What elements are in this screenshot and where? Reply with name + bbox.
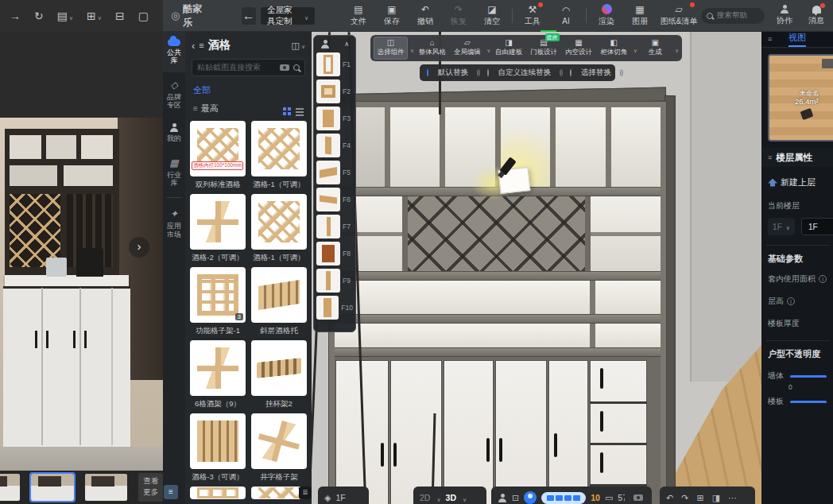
- nav-industry-library[interactable]: ▦ 行业库: [163, 150, 185, 195]
- radio-default-replace[interactable]: [427, 69, 428, 76]
- view-3d-button[interactable]: 3D: [446, 493, 456, 502]
- product-card[interactable]: 3 功能格子架-1: [190, 267, 246, 335]
- product-card[interactable]: 酒格-3（可调）: [190, 413, 246, 482]
- frame-icon[interactable]: ⊡: [512, 494, 519, 502]
- nav-brand-zone[interactable]: ◇ 品牌专区: [163, 72, 185, 117]
- tool-global-edit[interactable]: ▱ 全局编辑: [450, 37, 484, 60]
- forward-arrow-icon[interactable]: →: [10, 10, 21, 21]
- wall-opacity-slider[interactable]: [790, 375, 827, 378]
- rotate-left-icon[interactable]: ↶: [666, 494, 673, 502]
- viewport-3d[interactable]: ◫ 选择组件 ⌂ 整体风格 ▱ 全局编辑 ◨ 自由建板 提效 ▤ 门板设计 ▦ …: [312, 32, 761, 504]
- nav-app-market[interactable]: ✦ 应用市场: [163, 201, 185, 246]
- collapse-panel-button[interactable]: ≡: [164, 485, 178, 499]
- catalog-search-box[interactable]: 粘贴截图直接搜索: [192, 59, 305, 76]
- mode-selector[interactable]: 全屋家具定制: [261, 7, 315, 25]
- crop-icon[interactable]: ⊞: [87, 10, 102, 21]
- menu-icon[interactable]: ≡: [768, 36, 772, 43]
- chevron-down-icon[interactable]: [485, 41, 490, 56]
- grid-view-icon[interactable]: [283, 107, 286, 110]
- menu-album[interactable]: ▦ 图册: [623, 5, 657, 27]
- blurred-blue-pill[interactable]: [541, 492, 586, 504]
- floor-select-dropdown[interactable]: 1F: [768, 218, 795, 235]
- cabinet-door[interactable]: [444, 360, 494, 504]
- view-more-button[interactable]: 查看 更多: [138, 473, 163, 502]
- nav-mine[interactable]: 我的: [163, 116, 185, 149]
- info-icon[interactable]: [560, 69, 562, 76]
- collapse-caret-icon[interactable]: ∧: [344, 41, 349, 48]
- chevron-down-icon[interactable]: [673, 41, 679, 56]
- product-card[interactable]: 挂杯架2: [251, 340, 307, 409]
- menu-undo[interactable]: ↶ 撤销: [409, 5, 442, 27]
- layout-toggle-icon[interactable]: ◫: [291, 41, 305, 50]
- rotate-right-icon[interactable]: ↷: [681, 494, 688, 502]
- user-avatar[interactable]: [524, 491, 537, 504]
- info-icon[interactable]: [819, 275, 827, 283]
- view-2d-button[interactable]: 2D: [420, 493, 430, 502]
- menu-file[interactable]: ▤ 文件: [342, 5, 375, 27]
- floor-name-input[interactable]: 1F: [801, 218, 833, 235]
- menu-clear[interactable]: ◪ 清空: [475, 5, 509, 27]
- f-item[interactable]: F8: [314, 240, 355, 267]
- camera-chip[interactable]: [625, 487, 652, 504]
- chevron-down-icon[interactable]: [632, 41, 637, 56]
- help-search-box[interactable]: 搜索帮助: [701, 8, 765, 24]
- fullscreen-icon[interactable]: ⊞: [696, 494, 703, 502]
- side-shelf-cell[interactable]: [591, 196, 661, 271]
- panel-icon[interactable]: ◨: [712, 494, 720, 502]
- photo-thumbnail[interactable]: [85, 474, 127, 501]
- cabinet-door-narrow[interactable]: [548, 360, 588, 504]
- back-button[interactable]: ←: [242, 7, 256, 25]
- tool-cabinet-corner[interactable]: ◧ 柜体切角: [597, 37, 631, 60]
- door-handle[interactable]: [554, 433, 557, 457]
- search-icon[interactable]: [293, 64, 300, 71]
- product-card[interactable]: 井字格子架: [251, 413, 307, 482]
- photo-thumbnail-selected[interactable]: [31, 474, 73, 501]
- menu-save[interactable]: ▣ 保存: [375, 5, 409, 27]
- menu-tools[interactable]: ⚒ 工具: [516, 5, 549, 27]
- filter-all-link[interactable]: 全部: [185, 79, 312, 98]
- more-icon[interactable]: ⋯: [728, 494, 737, 502]
- message-button[interactable]: 消息: [804, 6, 828, 26]
- product-card-partial[interactable]: [190, 487, 246, 499]
- product-card[interactable]: 酒格-1（可调）: [251, 121, 307, 189]
- door-handle[interactable]: [499, 438, 502, 462]
- chevron-down-icon[interactable]: [409, 41, 414, 56]
- menu-drawings[interactable]: ▱ 图纸&清单: [657, 5, 701, 27]
- floorplan-thumbnail[interactable]: 未命名 26.4m²: [768, 54, 833, 142]
- product-card[interactable]: 6格酒架（9）: [190, 340, 246, 409]
- f-item[interactable]: F9: [314, 267, 355, 294]
- product-card[interactable]: 酒格-2（可调）: [190, 194, 246, 262]
- f-item[interactable]: F6: [314, 186, 355, 213]
- rotate-icon[interactable]: ↻: [34, 10, 44, 21]
- info-icon[interactable]: [787, 297, 795, 305]
- floor-chip[interactable]: ◈ 1F: [318, 487, 369, 504]
- f-item[interactable]: F4: [314, 132, 355, 159]
- floor-opacity-slider[interactable]: [790, 401, 827, 403]
- list-view-icon[interactable]: [296, 108, 304, 110]
- drawer-handle[interactable]: [600, 368, 603, 389]
- f-item[interactable]: F10: [314, 294, 355, 321]
- tab-view[interactable]: 视图: [788, 32, 806, 47]
- f-item[interactable]: F5: [314, 159, 355, 186]
- info-icon[interactable]: [477, 69, 479, 76]
- tool-generate[interactable]: ▣ 生成: [638, 37, 672, 60]
- door-handle[interactable]: [486, 438, 490, 462]
- panel-corner-button[interactable]: ≣: [299, 487, 312, 499]
- radio-custom-replace[interactable]: [487, 69, 489, 76]
- door-handle[interactable]: [393, 443, 397, 467]
- person-icon[interactable]: [498, 494, 507, 502]
- sort-icon[interactable]: ≡: [193, 105, 198, 113]
- f-item[interactable]: F1: [314, 51, 355, 78]
- cubby-cell[interactable]: [390, 107, 446, 187]
- radio-select-replace[interactable]: [570, 69, 571, 76]
- nav-public-library[interactable]: 公共库: [163, 32, 185, 72]
- f-item[interactable]: F2: [314, 78, 355, 105]
- wine-lattice[interactable]: [402, 196, 591, 271]
- print-icon[interactable]: ⊟: [115, 10, 125, 21]
- sort-label[interactable]: 最高: [201, 103, 219, 114]
- product-card[interactable]: 酒格内径100*100mm 双列标准酒格: [190, 121, 246, 189]
- open-shelf[interactable]: [335, 281, 661, 314]
- person-icon[interactable]: [320, 40, 330, 48]
- cubby-cell[interactable]: [611, 107, 661, 187]
- collab-button[interactable]: 协作: [773, 5, 796, 26]
